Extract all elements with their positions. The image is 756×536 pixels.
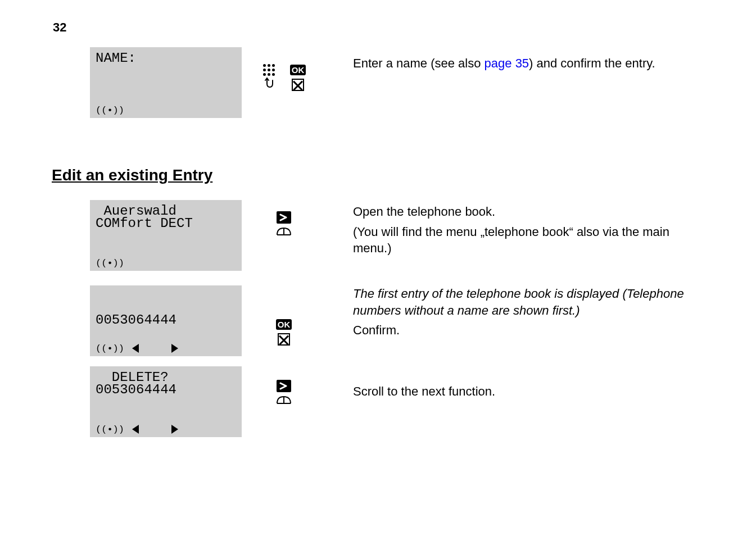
triangle-left-icon <box>132 425 139 434</box>
phonebook-icon <box>276 394 292 406</box>
phonebook-icon <box>276 226 292 237</box>
ok-button-icon: OK <box>276 319 292 330</box>
key-column <box>242 200 326 237</box>
keypad-press-icon <box>262 64 277 92</box>
cancel-icon <box>278 333 290 346</box>
step-row-name-entry: NAME: ((•)) OK Enter a name (see also pa… <box>90 47 708 118</box>
step-row-scroll-next: DELETE? 0053064444 ((•)) Scroll to the n… <box>90 366 708 437</box>
lcd-line-2: COMfort DECT <box>96 217 236 230</box>
lcd-screen: DELETE? 0053064444 ((•)) <box>90 366 242 437</box>
page-content: NAME: ((•)) OK Enter a name (see also pa… <box>90 47 708 447</box>
cancel-icon <box>292 79 304 91</box>
text: Enter a name (see also <box>353 56 485 70</box>
key-column: OK <box>242 285 326 346</box>
step-description: The first entry of the telephone book is… <box>326 285 708 342</box>
signal-icon: ((•)) <box>96 258 124 268</box>
step-description: Scroll to the next function. <box>326 366 708 403</box>
key-column: OK <box>242 47 326 92</box>
lcd-screen: NAME: ((•)) <box>90 47 242 118</box>
step-description: Open the telephone book. (You will find … <box>326 200 708 260</box>
page-link[interactable]: page 35 <box>485 56 529 70</box>
signal-icon: ((•)) <box>96 106 124 115</box>
text: (You will find the menu „telephone book“… <box>353 224 708 257</box>
lcd-line-2: 0053064444 <box>96 383 236 397</box>
next-button-icon <box>277 380 291 392</box>
ok-button-icon: OK <box>290 65 306 75</box>
signal-icon: ((•)) <box>96 425 124 434</box>
triangle-left-icon <box>132 344 139 353</box>
page-number: 32 <box>53 20 66 35</box>
text: Open the telephone book. <box>353 203 708 220</box>
text: Scroll to the next function. <box>353 383 708 400</box>
lcd-line-1: 0053064444 <box>96 314 236 327</box>
lcd-line-1: NAME: <box>96 52 236 65</box>
text: Confirm. <box>353 322 708 339</box>
italic-note: The first entry of the telephone book is… <box>353 285 708 319</box>
lcd-screen: Auerswald COMfort DECT ((•)) <box>90 200 242 271</box>
step-row-open-phonebook: Auerswald COMfort DECT ((•)) Open the te… <box>90 200 708 271</box>
text: ) and confirm the entry. <box>529 56 655 70</box>
step-description: Enter a name (see also page 35) and conf… <box>326 47 708 75</box>
section-heading-edit-entry: Edit an existing Entry <box>52 166 708 184</box>
next-button-icon <box>277 211 291 224</box>
step-row-confirm-entry: 0053064444 ((•)) OK The first entry of t… <box>90 285 708 356</box>
triangle-right-icon <box>171 425 178 434</box>
triangle-right-icon <box>171 344 178 353</box>
key-column <box>242 366 326 406</box>
lcd-screen: 0053064444 ((•)) <box>90 285 242 356</box>
signal-icon: ((•)) <box>96 344 124 353</box>
